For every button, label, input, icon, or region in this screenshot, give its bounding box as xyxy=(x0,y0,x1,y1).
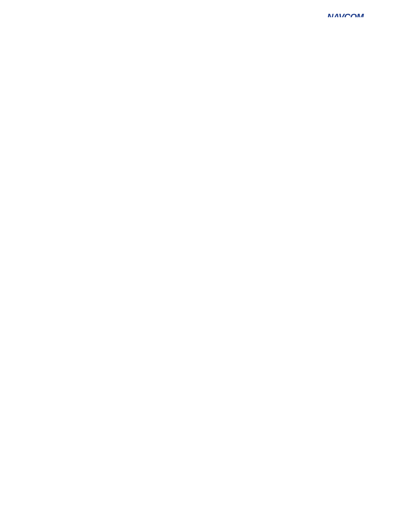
logo-main-text: NAVCOM xyxy=(327,13,364,17)
brand-logo: NAVCOM TECHNOLOGY xyxy=(327,13,364,17)
